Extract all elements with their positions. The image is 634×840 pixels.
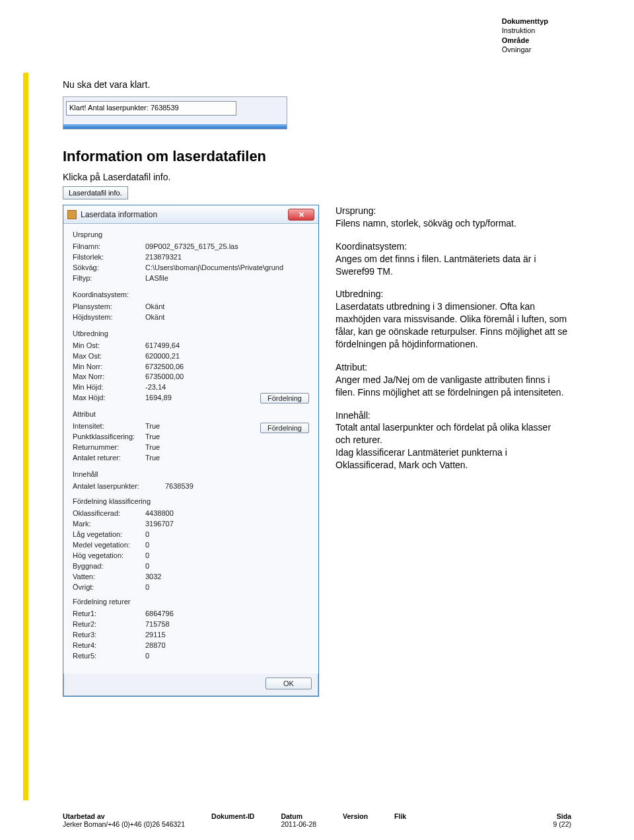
desc-attribut: Attribut: Anger med Ja/Nej om de vanliga… xyxy=(335,361,568,399)
antalreturer-label: Antalet returer: xyxy=(73,453,145,464)
laserdata-dialog: Laserdata information ✕ Ursprung Filnamn… xyxy=(63,205,319,697)
antal-laserpunkter-value: 7638539 xyxy=(165,481,309,492)
minnorr-value: 6732500,06 xyxy=(145,362,260,372)
area-label: Område xyxy=(502,36,548,45)
oklass-value: 4438800 xyxy=(145,508,309,519)
filnamn-label: Filnamn: xyxy=(73,242,145,252)
dialog-titlebar: Laserdata information ✕ xyxy=(63,205,318,224)
returnummer-value: True xyxy=(145,442,260,453)
hojdsystem-label: Höjdsystem: xyxy=(73,312,145,323)
desc-ursprung: Ursprung: Filens namn, storlek, sökväg o… xyxy=(335,205,568,230)
docid-label: Dokument-ID xyxy=(211,812,254,820)
retur5-value: 0 xyxy=(145,651,309,662)
maxnorr-value: 6735000,00 xyxy=(145,372,260,382)
fordelning-intensity-button[interactable]: Fördelning xyxy=(260,423,309,433)
click-instruction: Klicka på Laserdatafil info. xyxy=(63,172,568,182)
desc-innehall: Innehåll: Totalt antal laserpunkter och … xyxy=(335,409,568,472)
page-content: Nu ska det vara klart. Klart! Antal lase… xyxy=(63,79,568,697)
filtyp-label: Filtyp: xyxy=(73,273,145,284)
filnamn-value: 09P002_67325_6175_25.las xyxy=(145,242,309,252)
retur5-label: Retur5: xyxy=(73,651,145,662)
dialog-body: Ursprung Filnamn:09P002_67325_6175_25.la… xyxy=(63,224,318,674)
lagveg-value: 0 xyxy=(145,530,309,540)
retur4-value: 28870 xyxy=(145,641,309,651)
flik-label: Flik xyxy=(394,812,406,820)
maxost-value: 620000,21 xyxy=(145,351,260,362)
returnummer-label: Returnummer: xyxy=(73,442,145,453)
filstorlek-label: Filstorlek: xyxy=(73,252,145,263)
desc-koordinatsystem: Koordinatsystem: Anges om det finns i fi… xyxy=(335,240,568,278)
sokvag-label: Sökväg: xyxy=(73,263,145,273)
medveg-label: Medel vegetation: xyxy=(73,540,145,551)
klassificering-heading: Fördelning klassificering xyxy=(73,497,309,505)
sida-label: Sida xyxy=(553,812,571,820)
byggnad-value: 0 xyxy=(145,561,309,572)
retur2-label: Retur2: xyxy=(73,619,145,630)
fordelning-height-button[interactable]: Fördelning xyxy=(260,393,309,403)
area-value: Övningar xyxy=(502,45,548,54)
hogveg-label: Hög vegetation: xyxy=(73,551,145,561)
returer-heading: Fördelning returer xyxy=(73,598,309,606)
page-footer: Utarbetad avJerker Boman/+46 (0)+46 (0)2… xyxy=(63,812,571,828)
antalreturer-value: True xyxy=(145,453,260,464)
maxnorr-label: Max Norr: xyxy=(73,372,145,382)
retur3-value: 29115 xyxy=(145,630,309,641)
vatten-value: 3032 xyxy=(145,572,309,582)
minhojd-value: -23,14 xyxy=(145,382,260,393)
datum-label: Datum xyxy=(281,812,316,820)
plansystem-label: Plansystem: xyxy=(73,302,145,312)
intensitet-value: True xyxy=(145,421,260,432)
innehall-heading: Innehåll xyxy=(73,470,309,478)
medveg-value: 0 xyxy=(145,540,309,551)
description-column: Ursprung: Filens namn, storlek, sökväg o… xyxy=(335,205,568,482)
minnorr-label: Min Norr: xyxy=(73,362,145,372)
maxhojd-value: 1694,89 xyxy=(145,393,260,403)
sokvag-value: C:\Users\bomanj\Documents\Private\grund xyxy=(145,263,309,273)
margin-bar-icon xyxy=(23,73,28,800)
oklass-label: Oklassificerad: xyxy=(73,508,145,519)
close-button[interactable]: ✕ xyxy=(288,209,314,221)
utarbetad-value: Jerker Boman/+46 (0)+46 (0)26 546321 xyxy=(63,820,185,828)
maxost-label: Max Ost: xyxy=(73,351,145,362)
filtyp-value: LASfile xyxy=(145,273,309,284)
utbredning-heading: Utbredning xyxy=(73,330,309,337)
punktklass-value: True xyxy=(145,432,260,442)
hojdsystem-value: Okänt xyxy=(145,312,309,323)
ovrigt-value: 0 xyxy=(145,582,309,593)
doc-type-value: Instruktion xyxy=(502,26,548,35)
retur3-label: Retur3: xyxy=(73,630,145,641)
minhojd-label: Min Höjd: xyxy=(73,382,145,393)
utarbetad-label: Utarbetad av xyxy=(63,812,185,820)
group-utbredning: Utbredning Min Ost:617499,64 Max Ost:620… xyxy=(73,330,309,404)
retur1-value: 6864796 xyxy=(145,609,309,619)
retur2-value: 715758 xyxy=(145,619,309,630)
byggnad-label: Byggnad: xyxy=(73,561,145,572)
window-border-icon xyxy=(63,124,287,129)
ovrigt-label: Övrigt: xyxy=(73,582,145,593)
intro-text: Nu ska det vara klart. xyxy=(63,79,568,90)
desc-utbredning: Utbredning: Laserdatats utbredning i 3 d… xyxy=(335,288,568,350)
version-label: Version xyxy=(343,812,368,820)
minost-value: 617499,64 xyxy=(145,341,260,351)
header-metadata: Dokumenttyp Instruktion Område Övningar xyxy=(502,17,548,54)
mark-label: Mark: xyxy=(73,519,145,530)
statusbar-text: Klart! Antal laserpunkter: 7638539 xyxy=(66,101,236,116)
ursprung-heading: Ursprung xyxy=(73,230,309,238)
group-koordinatsystem: Koordinatsystem: Plansystem:Okänt Höjdsy… xyxy=(73,291,309,323)
ok-button[interactable]: OK xyxy=(265,678,312,689)
maxhojd-label: Max Höjd: xyxy=(73,393,145,403)
plansystem-value: Okänt xyxy=(145,302,309,312)
hogveg-value: 0 xyxy=(145,551,309,561)
retur4-label: Retur4: xyxy=(73,641,145,651)
intensitet-label: Intensitet: xyxy=(73,421,145,432)
dialog-title: Laserdata information xyxy=(81,210,288,219)
filstorlek-value: 213879321 xyxy=(145,252,309,263)
lagveg-label: Låg vegetation: xyxy=(73,530,145,540)
laserdatafil-info-button[interactable]: Laserdatafil info. xyxy=(63,186,128,199)
sida-value: 9 (22) xyxy=(553,820,571,828)
vatten-label: Vatten: xyxy=(73,572,145,582)
datum-value: 2011-06-28 xyxy=(281,820,316,828)
minost-label: Min Ost: xyxy=(73,341,145,351)
punktklass-label: Punktklassificering: xyxy=(73,432,145,442)
group-innehall: Innehåll Antalet laserpunkter:7638539 Fö… xyxy=(73,470,309,662)
